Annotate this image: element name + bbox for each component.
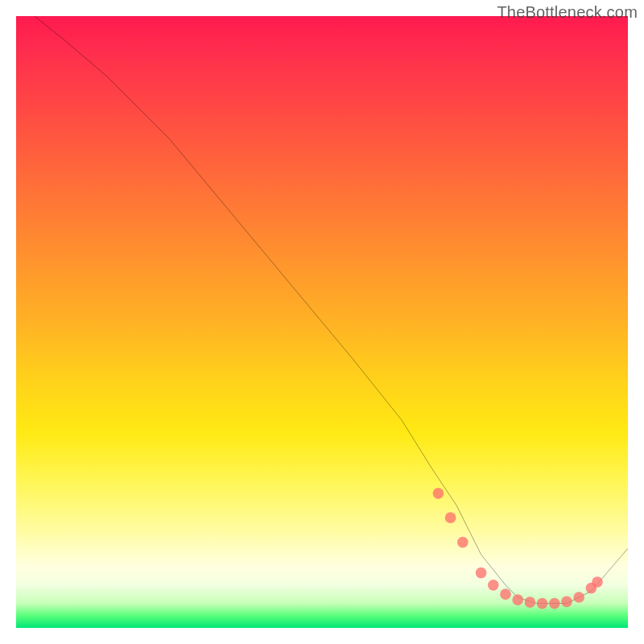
- gradient-background: [16, 16, 628, 628]
- watermark-label: TheBottleneck.com: [497, 3, 638, 22]
